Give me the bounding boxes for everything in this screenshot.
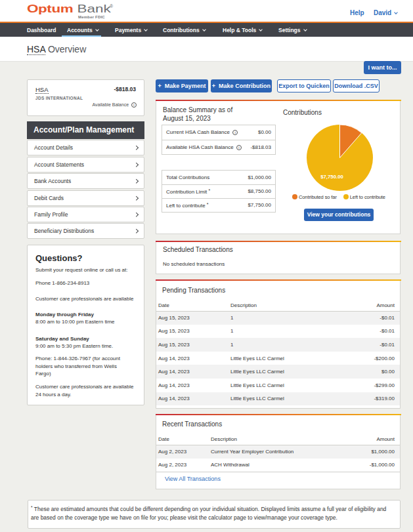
- svg-text:$7,750.00: $7,750.00: [320, 174, 343, 180]
